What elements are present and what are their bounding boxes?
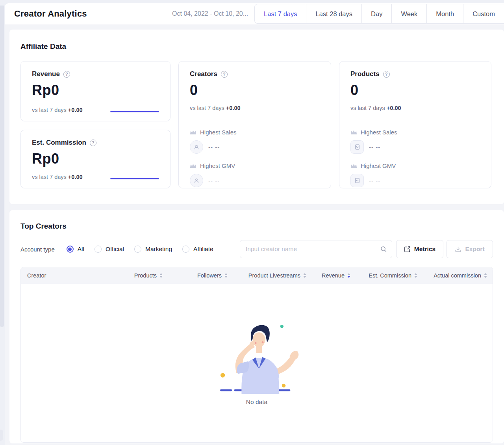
table-header-row: Creator Products Followers Product Lives…	[21, 267, 493, 284]
est-commission-card: Est. Commission ? Rp0 vs last 7 days+0.0…	[20, 130, 170, 188]
date-range-tab-group: Last 7 days Last 28 days Day Week Month …	[254, 4, 504, 24]
no-data-text: No data	[246, 398, 267, 406]
page-title: Creator Analytics	[14, 9, 87, 19]
radio-circle[interactable]	[134, 246, 141, 253]
shopping-bag-icon	[350, 140, 364, 154]
creators-card: Creators ? 0 vs last 7 days+0.00 Highest…	[178, 61, 331, 188]
tab-last-28-days[interactable]: Last 28 days	[306, 4, 361, 23]
radio-all[interactable]: All	[67, 246, 84, 253]
highest-gmv-product: -- --	[350, 174, 480, 187]
products-card: Products ? 0 vs last 7 days+0.00 Highest…	[339, 61, 491, 188]
affiliate-data-panel: Affiliate Data Revenue ? Rp0 vs last 7 d…	[9, 30, 504, 204]
products-card-title: Products	[350, 70, 380, 78]
revenue-sparkline	[110, 111, 159, 112]
sort-caret-icon[interactable]	[224, 273, 228, 278]
affiliate-data-title: Affiliate Data	[20, 42, 493, 51]
help-icon[interactable]: ?	[221, 71, 228, 78]
revenue-compare: vs last 7 days+0.00	[32, 107, 83, 113]
column-header-actual-commission[interactable]: Actual commission	[417, 272, 493, 279]
top-creators-panel: Top Creators Account type All Official M…	[9, 210, 504, 443]
creator-search	[240, 240, 392, 258]
revenue-value: Rp0	[32, 82, 159, 99]
help-icon[interactable]: ?	[383, 71, 390, 78]
highest-sales-label-row: Highest Sales	[190, 129, 320, 136]
column-header-creator: Creator	[21, 272, 116, 279]
divider	[350, 120, 480, 120]
radio-circle[interactable]	[94, 246, 102, 253]
products-compare: vs last 7 days+0.00	[350, 105, 480, 111]
table-empty-state: No data	[21, 284, 493, 442]
sort-caret-icon[interactable]	[303, 273, 306, 278]
highest-gmv-label-row: Highest GMV	[350, 162, 480, 169]
account-type-label: Account type	[20, 246, 55, 253]
creators-compare: vs last 7 days+0.00	[190, 105, 320, 111]
highest-sales-creator: -- --	[190, 140, 320, 154]
sort-caret-icon-active-desc[interactable]	[347, 273, 350, 278]
sort-caret-icon[interactable]	[414, 273, 417, 278]
filter-row: Account type All Official Marketing Affi…	[20, 240, 493, 258]
left-rail	[0, 6, 4, 327]
person-icon	[190, 140, 203, 154]
highest-gmv-creator: -- --	[190, 174, 320, 187]
radio-circle-checked[interactable]	[67, 246, 74, 253]
crown-icon	[350, 130, 357, 135]
metrics-button[interactable]: Metrics	[396, 240, 443, 258]
radio-affiliate[interactable]: Affiliate	[182, 246, 213, 253]
stat-cards-grid: Revenue ? Rp0 vs last 7 days+0.00 Creato…	[20, 61, 493, 188]
tab-custom[interactable]: Custom	[463, 4, 504, 23]
divider	[190, 120, 320, 120]
radio-marketing[interactable]: Marketing	[134, 246, 172, 253]
est-commission-value: Rp0	[32, 151, 159, 167]
highest-sales-product: -- --	[350, 140, 480, 154]
column-header-product-livestreams[interactable]: Product Livestreams	[228, 272, 306, 279]
creators-value: 0	[190, 82, 320, 99]
top-creators-title: Top Creators	[20, 222, 493, 231]
sort-caret-icon[interactable]	[159, 273, 163, 278]
sort-caret-icon[interactable]	[484, 273, 487, 278]
search-icon[interactable]	[380, 246, 387, 253]
tab-month[interactable]: Month	[426, 4, 463, 23]
highest-gmv-label-row: Highest GMV	[190, 162, 320, 169]
est-commission-compare: vs last 7 days+0.00	[32, 174, 83, 180]
est-commission-card-title: Est. Commission	[32, 139, 86, 147]
column-header-products[interactable]: Products	[116, 272, 163, 279]
left-rail-bottom-nub	[0, 430, 3, 441]
column-header-revenue[interactable]: Revenue	[306, 272, 350, 279]
revenue-card-title: Revenue	[32, 70, 60, 78]
help-icon[interactable]: ?	[90, 140, 96, 146]
crown-icon	[350, 163, 357, 168]
tab-week[interactable]: Week	[391, 4, 426, 23]
person-icon	[190, 174, 203, 187]
app-header: Creator Analytics Oct 04, 2022 - Oct 10,…	[5, 3, 504, 24]
date-range-text: Oct 04, 2022 - Oct 10, 20...	[172, 10, 248, 17]
revenue-card: Revenue ? Rp0 vs last 7 days+0.00	[20, 61, 170, 121]
no-data-illustration	[214, 320, 299, 395]
export-button[interactable]: Export	[447, 240, 493, 258]
export-download-icon	[455, 246, 461, 253]
tab-last-7-days[interactable]: Last 7 days	[255, 4, 306, 23]
metrics-edit-icon	[404, 246, 411, 253]
column-header-est-commission[interactable]: Est. Commission	[350, 272, 417, 279]
crown-icon	[190, 163, 196, 168]
top-creators-table: Creator Products Followers Product Lives…	[20, 267, 493, 443]
creators-card-title: Creators	[190, 70, 217, 78]
radio-official[interactable]: Official	[94, 246, 124, 253]
tab-day[interactable]: Day	[361, 4, 391, 23]
main-sheet: Creator Analytics Oct 04, 2022 - Oct 10,…	[5, 3, 504, 445]
crown-icon	[190, 130, 196, 135]
products-value: 0	[350, 82, 480, 99]
est-commission-sparkline	[110, 178, 159, 179]
creator-search-input[interactable]	[240, 240, 392, 258]
column-header-followers[interactable]: Followers	[163, 272, 228, 279]
shopping-bag-icon	[350, 174, 364, 187]
radio-circle[interactable]	[182, 246, 189, 253]
help-icon[interactable]: ?	[63, 71, 70, 78]
highest-sales-label-row: Highest Sales	[350, 129, 480, 136]
